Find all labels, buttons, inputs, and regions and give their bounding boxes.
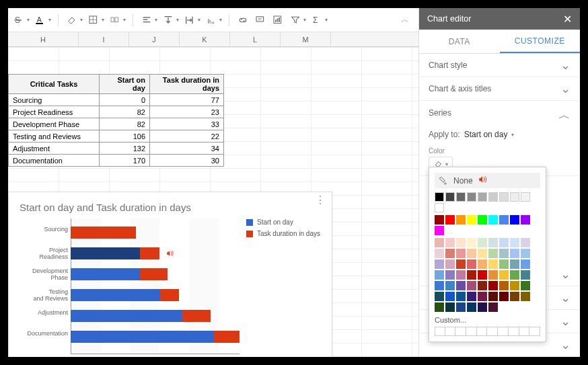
color-swatch[interactable] [445,302,455,312]
strikethrough-icon[interactable]: S [12,13,26,27]
color-swatch[interactable] [478,192,487,202]
color-swatch[interactable] [510,215,519,225]
color-swatch[interactable] [435,249,444,258]
comment-icon[interactable] [254,13,267,27]
table-cell[interactable]: 22 [150,130,224,143]
color-swatch[interactable] [521,249,530,258]
color-none-option[interactable]: None [435,173,540,188]
color-swatch[interactable] [456,192,466,202]
bar-row[interactable] [71,247,240,259]
table-cell[interactable]: Project Readiness [9,106,100,118]
color-swatch[interactable] [488,249,498,258]
color-swatch[interactable] [521,215,530,225]
color-swatch[interactable] [499,270,509,280]
col-m[interactable]: M [281,32,331,46]
custom-label[interactable]: Custom... [435,316,540,324]
fill-color-icon[interactable] [65,13,79,27]
color-swatch[interactable] [510,192,519,202]
color-swatch[interactable] [435,292,444,301]
color-swatch[interactable] [435,203,444,212]
color-swatch[interactable] [456,292,466,301]
color-swatch[interactable] [456,215,466,225]
table-cell[interactable]: Sourcing [9,94,100,106]
color-swatch[interactable] [456,249,466,258]
chart[interactable]: ⋮ Start on day and Task duration in days… [8,192,332,357]
custom-color-slot[interactable] [519,327,530,336]
color-swatch[interactable] [445,238,455,247]
tab-data[interactable]: DATA [419,30,500,53]
table-cell[interactable]: Testing and Reviews [9,130,100,143]
color-swatch[interactable] [435,302,444,312]
color-swatch[interactable] [478,292,487,301]
valign-icon[interactable] [161,13,175,27]
color-swatch[interactable] [499,238,509,247]
color-swatch[interactable] [478,302,487,312]
color-swatch[interactable] [510,292,519,301]
color-swatch[interactable] [499,281,509,290]
color-swatch[interactable] [435,281,444,290]
color-swatch[interactable] [445,249,455,258]
th-task[interactable]: Critical Tasks [9,75,100,94]
color-swatch[interactable] [488,259,498,269]
color-swatch[interactable] [467,238,476,247]
color-swatch[interactable] [445,270,455,280]
section-series[interactable]: Series︿ [419,101,580,124]
color-swatch[interactable] [521,281,530,290]
close-icon[interactable]: ✕ [563,13,572,26]
tab-customize[interactable]: CUSTOMIZE [500,30,581,53]
table-cell[interactable]: 82 [100,118,150,130]
functions-icon[interactable]: Σ [310,13,324,27]
table-cell[interactable]: 30 [150,155,224,167]
table-cell[interactable]: 132 [100,143,150,155]
custom-color-slot[interactable] [529,327,540,336]
color-swatch[interactable] [488,215,498,225]
color-swatch[interactable] [445,281,455,290]
bar-row[interactable] [71,310,240,322]
bar-row[interactable] [71,331,240,343]
section-chart-style[interactable]: Chart style⌄ [419,54,580,77]
bar-row[interactable] [71,289,240,301]
col-j[interactable]: J [129,32,180,46]
filter-icon[interactable] [289,13,302,27]
table-cell[interactable]: 170 [100,155,150,167]
color-swatch[interactable] [499,292,509,301]
chart-menu-icon[interactable]: ⋮ [315,198,326,203]
section-axis-titles[interactable]: Chart & axis titles⌄ [419,77,580,101]
color-swatch[interactable] [467,259,476,269]
col-k[interactable]: K [180,32,230,46]
color-swatch[interactable] [488,192,498,202]
color-swatch[interactable] [478,215,487,225]
color-swatch[interactable] [456,259,466,269]
table-cell[interactable]: 0 [100,94,150,106]
color-swatch[interactable] [467,192,476,202]
color-swatch[interactable] [488,302,498,312]
color-swatch[interactable] [488,281,498,290]
color-swatch[interactable] [445,259,455,269]
col-i[interactable]: I [79,32,129,46]
table-cell[interactable]: Documentation [9,155,100,167]
color-swatch[interactable] [445,292,455,301]
color-swatch[interactable] [499,192,509,202]
link-icon[interactable] [236,13,250,27]
th-start[interactable]: Start on day [100,75,150,94]
col-l[interactable]: L [230,32,281,46]
halign-icon[interactable] [140,13,153,27]
table-cell[interactable]: 106 [100,130,150,143]
color-swatch[interactable] [456,281,466,290]
color-swatch[interactable] [435,226,444,235]
color-swatch[interactable] [521,292,530,301]
color-swatch[interactable] [499,259,509,269]
color-swatch[interactable] [435,270,444,280]
custom-color-slot[interactable] [466,327,477,336]
table-cell[interactable]: 77 [150,94,224,106]
text-color-icon[interactable]: A [34,13,47,27]
table-cell[interactable]: 33 [150,118,224,130]
apply-to-dropdown[interactable]: Apply to: Start on day ▾ [429,130,571,139]
color-swatch[interactable] [510,281,519,290]
color-swatch[interactable] [456,270,466,280]
custom-color-slot[interactable] [445,327,456,336]
color-swatch[interactable] [467,281,476,290]
color-swatch[interactable] [435,238,444,247]
color-swatch[interactable] [488,238,498,247]
color-swatch[interactable] [467,292,476,301]
